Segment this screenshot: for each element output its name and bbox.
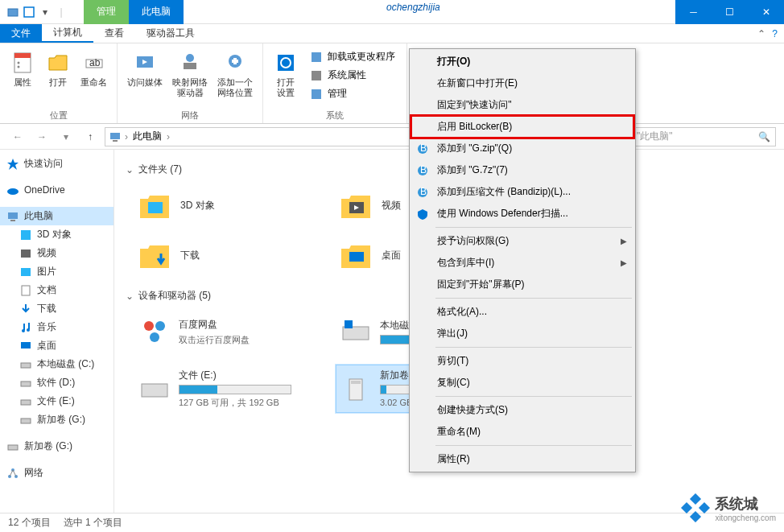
ctx-cut[interactable]: 剪切(T) [411, 350, 633, 372]
nav-back[interactable]: ← [8, 127, 27, 146]
watermark-title: 系统城 [715, 494, 776, 513]
window-minimize[interactable]: ─ [675, 0, 712, 24]
menutab-view[interactable]: 查看 [93, 24, 135, 43]
svg-rect-52 [345, 320, 353, 328]
ctx-pin-start[interactable]: 固定到"开始"屏幕(P) [411, 274, 633, 295]
nav-recent[interactable]: ▾ [56, 127, 76, 146]
sidebar-music[interactable]: 音乐 [0, 318, 113, 336]
ribbon-map-drive[interactable]: 映射网络 驱动器 [169, 47, 211, 108]
sidebar-videos[interactable]: 视频 [0, 244, 113, 262]
sidebar-network[interactable]: 网络 [0, 464, 113, 482]
ctx-copy[interactable]: 复制(C) [411, 372, 633, 394]
drive-docse[interactable]: 文件 (E:) 127 GB 可用，共 192 GB [134, 364, 319, 414]
window-maximize[interactable]: ☐ [712, 0, 748, 24]
context-menu: 打开(O) 在新窗口中打开(E) 固定到"快速访问" 启用 BitLocker(… [409, 48, 636, 472]
chevron-right-icon[interactable]: › [125, 131, 128, 142]
ctx-separator [435, 347, 632, 348]
chevron-right-icon: ▶ [621, 237, 627, 245]
sidebar-volg2[interactable]: 新加卷 (G:) [0, 437, 113, 456]
sidebar-thispc[interactable]: 此电脑 [0, 207, 113, 225]
sidebar-onedrive[interactable]: OneDrive [0, 181, 113, 199]
ctx-open[interactable]: 打开(O) [411, 51, 633, 72]
sidebar-pictures[interactable]: 图片 [0, 262, 113, 281]
ribbon-open[interactable]: 打开 [42, 47, 74, 108]
ctx-shortcut[interactable]: 创建快捷方式(S) [411, 399, 633, 421]
menutab-drivetools[interactable]: 驱动器工具 [135, 24, 206, 43]
ribbon-uninstall[interactable]: 卸载或更改程序 [307, 48, 398, 65]
sidebar-volg[interactable]: 新加卷 (G:) [0, 410, 113, 429]
ribbon-add-location[interactable]: 添加一个 网络位置 [214, 47, 256, 108]
menu-tabs: 文件 计算机 查看 驱动器工具 ⌃ ? [0, 24, 784, 43]
sidebar-documents[interactable]: 文档 [0, 281, 113, 299]
svg-point-48 [144, 321, 154, 331]
menutab-computer[interactable]: 计算机 [42, 24, 93, 43]
ctx-add-g7z[interactable]: B添加到 "G.7z"(7) [411, 159, 633, 181]
ctx-grant-access[interactable]: 授予访问权限(G)▶ [411, 230, 633, 252]
folder-3dobjects[interactable]: 3D 对象 [134, 184, 311, 226]
svg-rect-17 [312, 52, 321, 62]
svg-rect-41 [148, 202, 163, 213]
sidebar-quick-access[interactable]: 快速访问 [0, 155, 113, 173]
ctx-open-new[interactable]: 在新窗口中打开(E) [411, 72, 633, 94]
ctx-include-lib[interactable]: 包含到库中(I)▶ [411, 252, 633, 274]
nav-up[interactable]: ↑ [80, 127, 100, 146]
ctx-defender[interactable]: 使用 Windows Defender扫描... [411, 203, 633, 225]
ribbon-collapse-icon[interactable]: ⌃ [757, 28, 765, 39]
svg-rect-19 [312, 89, 321, 99]
window-close[interactable]: ✕ [748, 0, 784, 24]
ribbon-properties[interactable]: 属性 [6, 47, 39, 108]
ctx-separator [435, 396, 632, 397]
svg-rect-63 [681, 502, 692, 513]
ribbon: 属性 打开 ab 重命名 位置 访问媒体 映射网络 驱动器 [0, 43, 784, 124]
sidebar-localc[interactable]: 本地磁盘 (C:) [0, 355, 113, 373]
svg-point-30 [22, 329, 25, 332]
ctx-add-archive[interactable]: B添加到压缩文件 (Bandizip)(L)... [411, 181, 633, 203]
sidebar-softd[interactable]: 软件 (D:) [0, 373, 113, 392]
menutab-file[interactable]: 文件 [0, 24, 42, 43]
svg-rect-18 [312, 71, 321, 80]
sidebar-3dobjects[interactable]: 3D 对象 [0, 225, 113, 244]
sidebar-docse[interactable]: 文件 (E:) [0, 392, 113, 410]
svg-point-5 [18, 66, 20, 68]
ribbon-group-location: 位置 [6, 108, 110, 122]
pc-icon [109, 130, 122, 143]
breadcrumb-thispc[interactable]: 此电脑 [131, 130, 163, 143]
nav-forward: → [32, 127, 52, 146]
qat-dropdown-icon[interactable]: ▾ [39, 6, 52, 19]
sidebar-downloads[interactable]: 下载 [0, 299, 113, 318]
ribbon-rename[interactable]: ab 重命名 [77, 47, 110, 108]
svg-rect-29 [22, 286, 30, 295]
chevron-down-icon: ⌄ [126, 164, 134, 175]
svg-point-50 [150, 332, 159, 342]
titlebar: ▾ | 管理 此电脑 ochengzhijia ─ ☐ ✕ [0, 0, 784, 24]
ribbon-sysprops[interactable]: 系统属性 [307, 67, 398, 84]
svg-rect-33 [21, 363, 31, 368]
svg-text:B: B [420, 142, 427, 154]
ribbon-group-network: 网络 [124, 108, 256, 122]
ctx-properties[interactable]: 属性(R) [411, 448, 633, 470]
ctx-rename[interactable]: 重命名(M) [411, 421, 633, 443]
qat-properties-icon[interactable] [23, 6, 35, 19]
svg-rect-37 [8, 445, 18, 450]
ctx-pin-quick[interactable]: 固定到"快速访问" [411, 94, 633, 116]
ribbon-manage[interactable]: 管理 [307, 85, 398, 102]
ctx-bitlocker[interactable]: 启用 BitLocker(B) [411, 116, 633, 138]
ctx-add-gzip[interactable]: B添加到 "G.zip"(Q) [411, 138, 633, 159]
ctx-separator [435, 298, 632, 299]
chevron-right-icon[interactable]: › [167, 131, 170, 142]
svg-rect-21 [113, 140, 118, 142]
sidebar-desktop[interactable]: 桌面 [0, 336, 113, 355]
ribbon-open-settings[interactable]: 打开 设置 [270, 47, 302, 108]
help-icon[interactable]: ? [772, 28, 778, 39]
folder-downloads[interactable]: 下载 [134, 234, 311, 276]
search-input[interactable]: "此电脑" 🔍 [631, 127, 776, 146]
drive-baidu[interactable]: 百度网盘 双击运行百度网盘 [134, 311, 319, 353]
ctx-eject[interactable]: 弹出(J) [411, 323, 633, 344]
sidebar: 快速访问 OneDrive 此电脑 3D 对象 视频 图片 文档 下载 音乐 桌… [0, 150, 114, 513]
tab-thispc-title[interactable]: 此电脑 [129, 0, 184, 24]
tab-manage[interactable]: 管理 [84, 0, 129, 24]
ribbon-access-media[interactable]: 访问媒体 [124, 47, 166, 108]
ctx-format[interactable]: 格式化(A)... [411, 301, 633, 323]
statusbar: 12 个项目 选中 1 个项目 [0, 513, 784, 532]
svg-rect-0 [8, 9, 18, 16]
